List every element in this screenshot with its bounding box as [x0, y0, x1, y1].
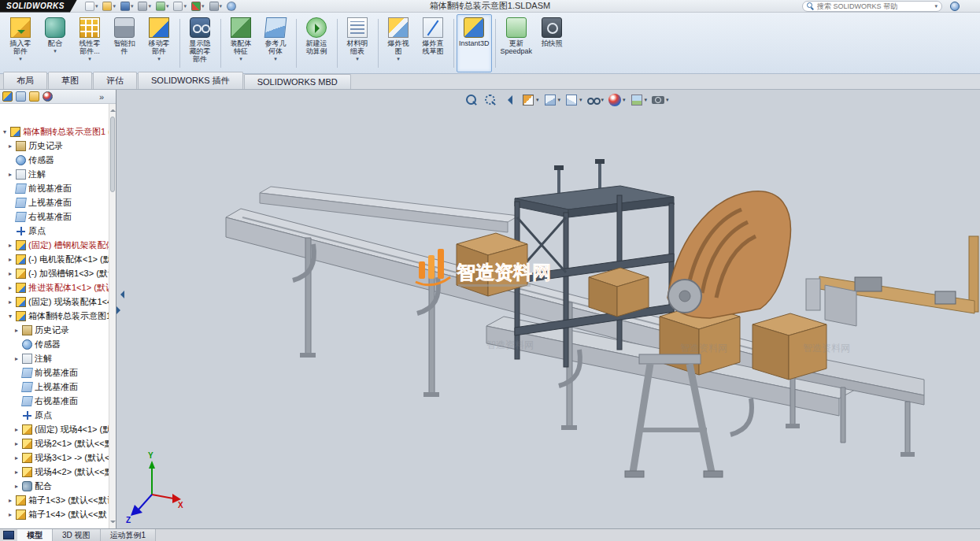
dropdown-caret[interactable]: ▾	[601, 97, 605, 103]
dropdown-caret[interactable]: ▾	[356, 55, 359, 62]
dropdown-caret[interactable]: ▾	[148, 3, 151, 9]
tree-item[interactable]: 前视基准面	[0, 365, 116, 380]
tree-item[interactable]: ▸ 推进装配体1<1> (默认	[0, 280, 116, 295]
dropdown-caret[interactable]: ▾	[131, 3, 134, 9]
panel-splitter[interactable]	[116, 282, 124, 323]
command-manager-tab[interactable]: 草图	[48, 72, 92, 89]
quick-tool-button[interactable]: ▾	[101, 2, 117, 11]
tree-item[interactable]: ▸ 现场3<1> -> (默认<<	[0, 450, 116, 465]
expand-arrow[interactable]: ▸	[13, 454, 20, 461]
scrollbar-thumb[interactable]	[110, 117, 115, 192]
expand-arrow[interactable]: ▸	[7, 298, 13, 306]
propertymanager-tab-icon[interactable]	[16, 91, 26, 102]
ribbon-button[interactable]: 智能扣 件	[107, 14, 142, 72]
expand-arrow[interactable]: ▾	[7, 313, 13, 320]
tree-item[interactable]: 右视基准面	[0, 209, 116, 224]
command-manager-tab[interactable]: 布局	[3, 72, 47, 89]
ribbon-button[interactable]: 插入零 部件 ▾	[3, 14, 38, 72]
tree-item[interactable]: ▸ (-) 加强槽钢1<3> (默认<<	[0, 266, 116, 280]
quick-tool-button[interactable]: ▾	[154, 2, 171, 11]
dropdown-caret[interactable]: ▾	[166, 3, 169, 9]
expand-arrow[interactable]: ▸	[7, 143, 13, 150]
graphics-area[interactable]: 智造资料网 智造资料网 智造资料网 智造资料网 Y X Z	[116, 90, 980, 528]
tree-item[interactable]: ▾ 箱体翻转总装示意图1 (默	[0, 124, 116, 139]
quick-tool-button[interactable]	[225, 2, 239, 11]
tree-item[interactable]: 上视基准面	[0, 195, 116, 209]
search-input[interactable]	[817, 2, 932, 10]
tree-item[interactable]: ▸ 历史记录	[0, 323, 116, 337]
tree-item[interactable]: ▸ 箱子1<4> (默认<<默	[0, 507, 116, 521]
tree-item[interactable]: 右视基准面	[0, 394, 116, 408]
expand-arrow[interactable]: ▸	[7, 171, 13, 178]
dropdown-caret[interactable]: ▾	[274, 55, 277, 62]
quick-tool-button[interactable]: ▾	[136, 2, 153, 11]
view-tool-button[interactable]: ▾	[586, 93, 605, 107]
dropdown-caret[interactable]: ▾	[558, 97, 561, 103]
expand-arrow[interactable]: ▸	[13, 469, 20, 476]
search-dropdown-caret[interactable]: ▾	[934, 3, 937, 9]
dropdown-caret[interactable]: ▾	[645, 97, 648, 103]
expand-arrow[interactable]: ▾	[2, 128, 8, 135]
tree-item[interactable]: 传感器	[0, 337, 116, 351]
expand-arrow[interactable]: ▸	[7, 511, 13, 518]
tree-item[interactable]: ▸ 现场2<1> (默认<<默	[0, 436, 116, 450]
tree-item[interactable]: ▸ (-) 电机装配体<1> (默认<	[0, 252, 116, 266]
ribbon-button[interactable]: 移动零 部件 ▾	[142, 14, 176, 72]
tree-item[interactable]: ▸ (固定) 槽钢机架装配体<1	[0, 238, 116, 252]
expand-arrow[interactable]: ▸	[7, 497, 13, 504]
document-tab[interactable]: 3D 视图	[53, 529, 101, 541]
view-tool-button[interactable]: ▾	[651, 93, 669, 107]
view-tool-button[interactable]: ▾	[564, 93, 582, 107]
quick-tool-button[interactable]: ▾	[119, 2, 135, 11]
featuremanager-tab-icon[interactable]	[2, 91, 13, 102]
ribbon-button[interactable]: 显示隐 藏的零 部件	[183, 14, 217, 72]
view-tool-button[interactable]	[483, 93, 498, 107]
dropdown-caret[interactable]: ▾	[54, 47, 57, 54]
view-tool-button[interactable]: ▾	[521, 93, 539, 107]
ribbon-button[interactable]: 拍快照	[534, 14, 569, 72]
displaymanager-tab-icon[interactable]	[43, 91, 53, 102]
command-manager-tab[interactable]: 评估	[93, 72, 137, 89]
tree-item[interactable]: ▸ (固定) 现场4<1> (默认	[0, 422, 116, 436]
ribbon-button[interactable]: 更新 Speedpak	[498, 14, 535, 72]
expand-arrow[interactable]: ▸	[13, 426, 20, 433]
command-manager-tab[interactable]: SOLIDWORKS 插件	[138, 72, 243, 89]
ribbon-button[interactable]: 参考几 何体 ▾	[258, 14, 293, 72]
tree-item[interactable]: 原点	[0, 224, 116, 238]
dropdown-caret[interactable]: ▾	[183, 3, 187, 9]
tree-item[interactable]: 传感器	[0, 153, 116, 167]
dropdown-caret[interactable]: ▾	[397, 55, 400, 62]
dropdown-caret[interactable]: ▾	[113, 3, 116, 9]
view-tool-button[interactable]	[464, 93, 479, 107]
dropdown-caret[interactable]: ▾	[239, 55, 242, 62]
configurationmanager-tab-icon[interactable]	[29, 91, 39, 102]
dropdown-caret[interactable]: ▾	[88, 55, 91, 62]
tree-item[interactable]: 前视基准面	[0, 181, 116, 195]
ribbon-button[interactable]: 装配体 特征 ▾	[224, 14, 258, 72]
expand-arrow[interactable]: ▸	[7, 242, 13, 249]
tree-item[interactable]: ▸ 注解	[0, 351, 116, 365]
view-tool-button[interactable]	[502, 93, 517, 107]
expand-arrow[interactable]: ▸	[13, 355, 20, 362]
tree-item[interactable]: ▸ (固定) 现场装配体1<4> (默	[0, 295, 116, 309]
tree-item[interactable]: 上视基准面	[0, 380, 116, 394]
quick-tool-button[interactable]: ▾	[83, 2, 100, 11]
tree-item[interactable]: ▸ 配合	[0, 479, 116, 493]
dropdown-caret[interactable]: ▾	[536, 97, 539, 103]
tree-item[interactable]: ▸ 注解	[0, 167, 116, 181]
ribbon-button[interactable]: 材料明 细表 ▾	[340, 14, 375, 72]
document-tab[interactable]: 模型	[17, 529, 53, 541]
dropdown-caret[interactable]: ▾	[220, 3, 223, 9]
quick-tool-button[interactable]: ▾	[208, 2, 224, 11]
expand-panel-arrow-icon[interactable]	[116, 306, 124, 314]
dropdown-caret[interactable]: ▾	[157, 55, 161, 62]
ribbon-button[interactable]: 爆炸视 图 ▾	[381, 14, 416, 72]
expand-arrow[interactable]: ▸	[7, 256, 13, 263]
expand-arrow[interactable]: ▸	[7, 270, 13, 277]
expand-arrow[interactable]: ▸	[13, 440, 20, 447]
ribbon-button[interactable]: 配合 ▾	[38, 14, 72, 72]
tree-item[interactable]: ▸ 现场4<2> (默认<<默	[0, 465, 116, 479]
view-tool-button[interactable]: ▾	[608, 93, 626, 107]
dropdown-caret[interactable]: ▾	[623, 97, 626, 103]
dropdown-caret[interactable]: ▾	[579, 97, 582, 103]
